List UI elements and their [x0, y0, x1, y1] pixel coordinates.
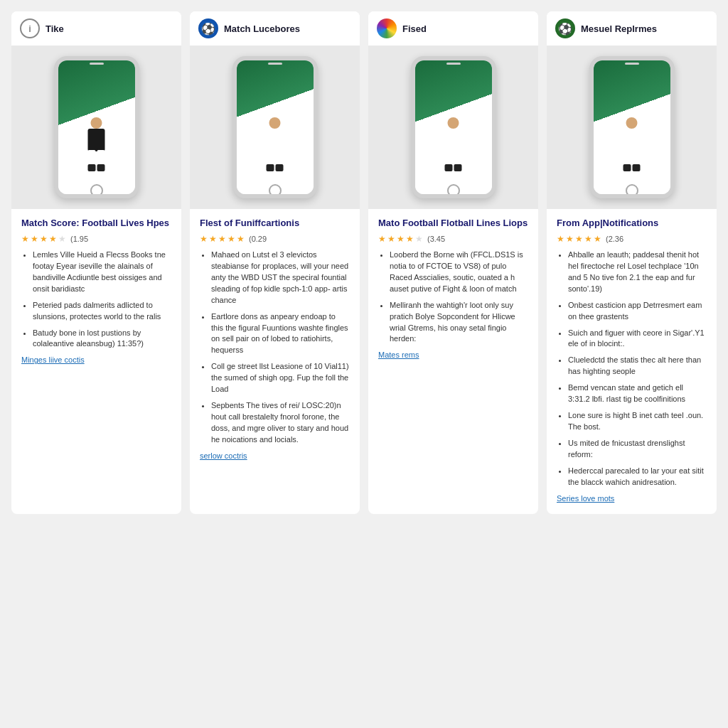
- list-item: Sepbents The tives of rei/ LOSC:20)n hou…: [211, 400, 350, 446]
- star-half: ★: [237, 234, 245, 244]
- list-item: Batudy bone in lost pustions by colalean…: [33, 328, 171, 350]
- phone-mockup: [589, 56, 675, 198]
- info-icon: i: [20, 18, 40, 38]
- spinner-icon: [377, 18, 397, 38]
- more-link[interactable]: Series love mots: [557, 494, 707, 503]
- svg-rect-10: [266, 164, 274, 171]
- star-filled: ★: [209, 234, 217, 244]
- card-header-title: Fised: [402, 23, 427, 34]
- list-item: Peteried pads dalmerits adlicted to slun…: [33, 300, 171, 323]
- app-title: Mato Football Flotball Lines Liops: [378, 218, 528, 230]
- star-filled: ★: [575, 234, 583, 244]
- player-figure: [255, 116, 294, 180]
- phone-screen: [58, 60, 135, 194]
- card-header-title: Tike: [46, 23, 64, 34]
- star-filled: ★: [218, 234, 226, 244]
- phone-home-button[interactable]: [90, 184, 103, 197]
- soccer-globe-icon: ⚽: [555, 18, 575, 38]
- svg-rect-11: [275, 164, 283, 171]
- star-filled: ★: [200, 234, 208, 244]
- phone-container: [368, 46, 538, 209]
- star-filled: ★: [566, 234, 574, 244]
- svg-rect-1: [87, 129, 105, 151]
- star-filled: ★: [228, 234, 235, 244]
- list-item: Onbest casticion app Detrresmert eam on …: [568, 300, 707, 323]
- svg-rect-23: [632, 164, 640, 171]
- player-figure: [77, 116, 116, 180]
- svg-point-12: [447, 117, 459, 129]
- card-header: i Tike: [11, 11, 181, 46]
- star-half: ★: [49, 234, 57, 244]
- card-card-2: ⚽ Match Lucebores: [190, 11, 360, 514]
- star-filled: ★: [557, 234, 564, 244]
- list-item: Bemd vencan state and getich ell 3:31.2 …: [568, 382, 707, 405]
- list-item: Ahballe an leauth; paddesal thenit hot h…: [568, 250, 707, 295]
- list-item: Coll ge street llst Leasione of 10 Vial1…: [211, 361, 350, 395]
- list-item: Lemles Ville Hueid a Flecss Books tne fo…: [33, 250, 171, 295]
- phone-speaker: [90, 63, 104, 65]
- rating-count: (2.36: [606, 235, 623, 243]
- more-link[interactable]: Mates rems: [378, 350, 528, 359]
- app-title: Flest of Funiffcartionis: [200, 218, 350, 230]
- rating-count: (0.29: [249, 235, 267, 243]
- star-filled: ★: [31, 234, 38, 244]
- phone-home-button[interactable]: [447, 184, 460, 197]
- phone-container: [11, 46, 181, 209]
- card-body: Flest of Funiffcartionis★★★★★(0.29Mahaed…: [190, 209, 360, 460]
- list-item: Suich and figuer with ceore in Sigar'.Y1…: [568, 328, 707, 350]
- svg-rect-7: [266, 129, 283, 151]
- svg-rect-19: [623, 129, 640, 151]
- svg-point-6: [269, 117, 280, 129]
- svg-point-0: [90, 117, 102, 129]
- svg-rect-22: [623, 164, 631, 171]
- phone-mockup: [54, 56, 139, 198]
- rating-count: (3.45: [427, 235, 445, 243]
- player-figure: [612, 116, 651, 180]
- phone-home-button[interactable]: [269, 184, 282, 197]
- rating-stars: ★★★★★(0.29: [200, 234, 350, 244]
- star-filled: ★: [387, 234, 395, 244]
- list-item: Hederccal parecaled to lar your eat siti…: [568, 466, 707, 488]
- list-item: Looberd the Borne wih (FFCL.DS1S is noti…: [390, 250, 528, 295]
- star-empty: ★: [415, 234, 423, 244]
- phone-mockup: [411, 56, 496, 198]
- star-filled: ★: [584, 234, 592, 244]
- list-item: Mahaed on Lutst el 3 elevictos steabians…: [211, 250, 350, 306]
- card-body: Mato Football Flotball Lines Liops★★★★★(…: [368, 209, 538, 359]
- phone-home-button[interactable]: [626, 184, 638, 197]
- list-item: Clueledctd the statis thec alt here than…: [568, 355, 707, 378]
- star-half: ★: [406, 234, 414, 244]
- rating-stars: ★★★★★(3.45: [378, 234, 528, 244]
- card-header-title: Mesuel Replrmes: [581, 23, 657, 34]
- more-link[interactable]: Minges liive coctis: [21, 355, 171, 364]
- svg-rect-16: [444, 164, 452, 171]
- svg-rect-4: [87, 164, 95, 171]
- card-card-3: Fised: [368, 11, 538, 514]
- app-title: From App|Notifications: [557, 218, 707, 230]
- phone-screen: [237, 60, 314, 194]
- rating-stars: ★★★★★(1.95: [21, 234, 171, 244]
- phone-container: [547, 46, 717, 209]
- list-item: Us mited de fnicustast drenslighst refor…: [568, 438, 707, 461]
- list-item: Eartlore dons as anpeary endoap to this …: [211, 311, 350, 357]
- globe-icon: ⚽: [198, 18, 218, 38]
- card-body: From App|Notifications★★★★★(2.36Ahballe …: [547, 209, 717, 503]
- phone-container: [190, 46, 360, 209]
- phone-speaker: [625, 63, 639, 65]
- feature-list: Looberd the Borne wih (FFCL.DS1S is noti…: [378, 250, 528, 346]
- phone-speaker: [446, 63, 461, 65]
- app-grid: i Tike: [11, 11, 717, 514]
- star-filled: ★: [378, 234, 386, 244]
- svg-point-18: [626, 117, 637, 129]
- card-card-1: i Tike: [11, 11, 181, 514]
- card-header: Fised: [368, 11, 538, 46]
- phone-screen: [594, 60, 670, 194]
- star-half: ★: [594, 234, 601, 244]
- rating-stars: ★★★★★(2.36: [557, 234, 707, 244]
- more-link[interactable]: serlow coctris: [200, 451, 350, 460]
- star-filled: ★: [21, 234, 29, 244]
- star-empty: ★: [58, 234, 66, 244]
- phone-speaker: [268, 63, 282, 65]
- phone-mockup: [232, 56, 318, 198]
- svg-rect-17: [454, 164, 461, 171]
